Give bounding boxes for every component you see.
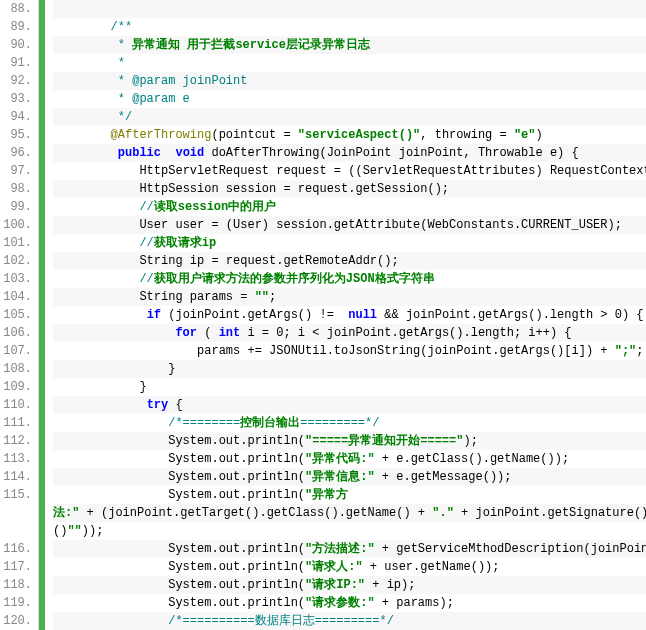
token-str: "异常代码:" [305,452,375,466]
code-line: @AfterThrowing(pointcut = "serviceAspect… [53,126,646,144]
code-line: System.out.println("请求IP:" + ip); [53,576,646,594]
token-str: "异常信息:" [305,470,375,484]
code-line: System.out.println("异常方 [53,486,646,504]
token: } [168,362,175,376]
code-line: * @param e [53,90,646,108]
code-line: for ( int i = 0; i < joinPoint.getArgs()… [53,324,646,342]
token: ; [269,290,276,304]
code-line: HttpSession session = request.getSession… [53,180,646,198]
line-number: 112. [0,432,32,450]
line-number: 91. [0,54,32,72]
line-number: 120. [0,612,32,630]
token: ; i < joinPoint.getArgs().length; i++) { [283,326,571,340]
token: (joinPoint.getArgs() != [161,308,348,322]
code-line: /*==========数据库日志=========*/ [53,612,646,630]
line-number: 103. [0,270,32,288]
token-str: "异常方 [305,488,348,502]
code-line: } [53,360,646,378]
code-line: System.out.println("=====异常通知开始====="); [53,432,646,450]
token: + (joinPoint.getTarget().getClass().getN… [79,506,432,520]
line-number: 90. [0,36,32,54]
token: + params); [375,596,454,610]
token: String ip = request.getRemoteAddr(); [139,254,398,268]
code-line: params += JSONUtil.toJsonString(joinPoin… [53,342,646,360]
line-number: 89. [0,18,32,36]
line-number: 106. [0,324,32,342]
token: )); [82,524,104,538]
line-number: 102. [0,252,32,270]
code-line: System.out.println("方法描述:" + getServiceM… [53,540,646,558]
code-line [53,0,646,18]
code-line: User user = (User) session.getAttribute(… [53,216,646,234]
token-str: "=====异常通知开始=====" [305,434,463,448]
code-line: * @param joinPoint [53,72,646,90]
token: + user.getName()); [363,560,500,574]
code-line: String ip = request.getRemoteAddr(); [53,252,646,270]
token-kw: try [147,398,169,412]
line-number: 117. [0,558,32,576]
token-str: "方法描述:" [305,542,375,556]
line-number: 92. [0,72,32,90]
token-str: "" [67,524,81,538]
token: System.out.println( [168,434,305,448]
code-editor: 88.89.90.91.92.93.94.95.96.97.98.99.100.… [0,0,646,630]
token: , throwing = [420,128,514,142]
line-number: 113. [0,450,32,468]
token-kw: void [175,146,204,160]
token-str: "请求人:" [305,560,363,574]
token [161,146,175,160]
code-line: System.out.println("异常代码:" + e.getClass(… [53,450,646,468]
token: params += JSONUtil.toJsonString(joinPoin… [197,344,615,358]
token: System.out.println( [168,578,305,592]
code-line: String params = ""; [53,288,646,306]
token-kw: public [118,146,161,160]
code-line: /** [53,18,646,36]
code-area: /** * 异常通知 用于拦截service层记录异常日志 * * @param… [45,0,646,630]
token-kw: for [175,326,197,340]
token: + joinPoint.getSignature().getN [454,506,646,520]
token: () [53,524,67,538]
token: HttpServletRequest request = ((ServletRe… [139,164,646,178]
code-line: if (joinPoint.getArgs() != null && joinP… [53,306,646,324]
line-number: 105. [0,306,32,324]
code-line: System.out.println("异常信息:" + e.getMessag… [53,468,646,486]
token: ); [463,434,477,448]
line-number: 100. [0,216,32,234]
token-cmt: /*==========数据库日志=========*/ [168,614,394,628]
token: System.out.println( [168,470,305,484]
token: { [168,398,182,412]
token: (pointcut = [211,128,297,142]
token: ( [197,326,219,340]
code-line: System.out.println("请求参数:" + params); [53,594,646,612]
token: System.out.println( [168,542,305,556]
token-str: 法:" [53,506,79,520]
code-line: } [53,378,646,396]
code-line: //获取用户请求方法的参数并序列化为JSON格式字符串 [53,270,646,288]
token-cmt: * [118,56,125,70]
token: + ip); [365,578,415,592]
code-line: System.out.println("请求人:" + user.getName… [53,558,646,576]
line-number: 99. [0,198,32,216]
token-kw: int [219,326,241,340]
code-line: public void doAfterThrowing(JoinPoint jo… [53,144,646,162]
token: User user = (User) session.getAttribute(… [139,218,621,232]
token-cmt: // [139,200,153,214]
token-str: "serviceAspect()" [298,128,420,142]
code-line: HttpServletRequest request = ((ServletRe… [53,162,646,180]
line-number: 107. [0,342,32,360]
token: System.out.println( [168,596,305,610]
token-cmt: =========*/ [300,416,379,430]
token-str: ";" [615,344,637,358]
line-number: 88. [0,0,32,18]
token: System.out.println( [168,452,305,466]
code-line: * [53,54,646,72]
code-line: * 异常通知 用于拦截service层记录异常日志 [53,36,646,54]
token-kw: null [348,308,377,322]
token-cmt-cn: 获取请求ip [154,236,216,250]
token: } [139,380,146,394]
token-cmt: */ [118,110,132,124]
token-str: "" [255,290,269,304]
code-line: /*========控制台输出=========*/ [53,414,646,432]
line-number-gutter: 88.89.90.91.92.93.94.95.96.97.98.99.100.… [0,0,39,630]
token-cmt: * @param joinPoint [118,74,248,88]
